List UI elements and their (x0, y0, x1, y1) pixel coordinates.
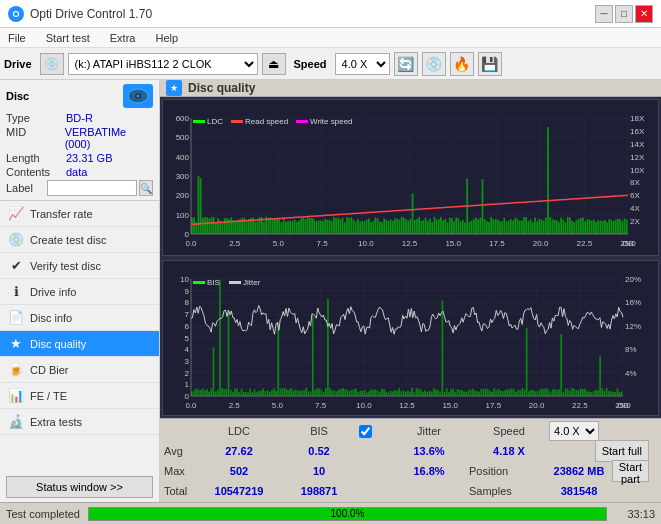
stats-total-row: Total 10547219 198871 Samples 381548 (164, 481, 657, 501)
create-test-disc-icon: 💿 (8, 232, 24, 248)
menubar: File Start test Extra Help (0, 28, 661, 48)
disc-header: Disc (6, 84, 153, 108)
titlebar-controls: ─ □ ✕ (595, 5, 653, 23)
drive-select[interactable]: (k:) ATAPI iHBS112 2 CLOK (68, 53, 258, 75)
disc-type-row: Type BD-R (6, 112, 153, 124)
stats-avg-ldc: 27.62 (199, 445, 279, 457)
burn-btn[interactable]: 🔥 (450, 52, 474, 76)
stats-position-label: Position (469, 465, 549, 477)
statusbar: Test completed 100.0% 33:13 (0, 502, 661, 524)
disc-mid-value: VERBATIMe (000) (65, 126, 153, 150)
close-button[interactable]: ✕ (635, 5, 653, 23)
sidebar-item-disc-info[interactable]: 📄 Disc info (0, 305, 159, 331)
cd-bier-label: CD Bier (30, 364, 69, 376)
stats-position-val: 23862 MB (549, 465, 609, 477)
transfer-rate-icon: 📈 (8, 206, 24, 222)
sidebar-item-verify-test-disc[interactable]: ✔ Verify test disc (0, 253, 159, 279)
content-area: ★ Disc quality LDC BIS (160, 80, 661, 502)
disc-panel-icon (123, 84, 153, 108)
disc-mid-label: MID (6, 126, 65, 150)
verify-test-disc-icon: ✔ (8, 258, 24, 274)
drive-icon-btn[interactable]: 💿 (40, 53, 64, 75)
stats-total-bis: 198871 (279, 485, 359, 497)
stats-headers-row: LDC BIS Jitter Speed 4.0 X (164, 421, 657, 441)
menu-file[interactable]: File (4, 32, 30, 44)
progress-text: 100.0% (89, 508, 606, 520)
time-display: 33:13 (615, 508, 655, 520)
stats-avg-bis: 0.52 (279, 445, 359, 457)
titlebar-title: Opti Drive Control 1.70 (30, 7, 152, 21)
speed-label: Speed (294, 58, 327, 70)
speed-select[interactable]: 4.0 X (335, 53, 390, 75)
stats-avg-speed: 4.18 X (469, 445, 549, 457)
stats-avg-jitter: 13.6% (389, 445, 469, 457)
verify-test-disc-label: Verify test disc (30, 260, 101, 272)
stats-bis-header: BIS (279, 425, 359, 437)
disc-contents-value: data (66, 166, 87, 178)
sidebar-item-disc-quality[interactable]: ★ Disc quality (0, 331, 159, 357)
menu-start-test[interactable]: Start test (42, 32, 94, 44)
transfer-rate-label: Transfer rate (30, 208, 93, 220)
status-window-btn[interactable]: Status window >> (6, 476, 153, 498)
disc-quality-icon: ★ (8, 336, 24, 352)
disc-quality-title: Disc quality (188, 81, 255, 95)
jitter-checkbox[interactable] (359, 425, 372, 438)
disc-info-label: Disc info (30, 312, 72, 324)
disc-quality-label: Disc quality (30, 338, 86, 350)
refresh-btn[interactable]: 🔄 (394, 52, 418, 76)
disc-title: Disc (6, 90, 29, 102)
stats-max-label: Max (164, 465, 199, 477)
stats-jitter-check-container (359, 425, 389, 438)
create-test-disc-label: Create test disc (30, 234, 106, 246)
extra-tests-label: Extra tests (30, 416, 82, 428)
stats-speed-header: Speed (469, 425, 549, 437)
app-icon: O (8, 6, 24, 22)
sidebar-item-cd-bier[interactable]: 🍺 CD Bier (0, 357, 159, 383)
drive-label: Drive (4, 58, 32, 70)
disc-label-row: Label 🔍 (6, 180, 153, 196)
menu-extra[interactable]: Extra (106, 32, 140, 44)
drive-info-label: Drive info (30, 286, 76, 298)
disc-contents-label: Contents (6, 166, 66, 178)
fe-te-label: FE / TE (30, 390, 67, 402)
toolbar: Drive 💿 (k:) ATAPI iHBS112 2 CLOK ⏏ Spee… (0, 48, 661, 80)
disc-quality-header: ★ Disc quality (160, 80, 661, 97)
ldc-chart (162, 99, 659, 256)
maximize-button[interactable]: □ (615, 5, 633, 23)
stats-samples-val: 381548 (549, 485, 609, 497)
stats-max-ldc: 502 (199, 465, 279, 477)
eject-btn[interactable]: ⏏ (262, 53, 286, 75)
stats-max-row: Max 502 10 16.8% Position 23862 MB Start… (164, 461, 657, 481)
fe-te-icon: 📊 (8, 388, 24, 404)
sidebar: Disc Type BD-R MID VERBATIMe (000) Leng (0, 80, 160, 502)
disc-label-input[interactable] (47, 180, 137, 196)
stats-speed-select[interactable]: 4.0 X (549, 421, 599, 441)
ldc-canvas (163, 100, 658, 252)
disc-label-btn[interactable]: 🔍 (139, 180, 153, 196)
disc-type-value: BD-R (66, 112, 93, 124)
stats-avg-label: Avg (164, 445, 199, 457)
disc-length-value: 23.31 GB (66, 152, 112, 164)
sidebar-item-fe-te[interactable]: 📊 FE / TE (0, 383, 159, 409)
titlebar-left: O Opti Drive Control 1.70 (8, 6, 152, 22)
disc-contents-row: Contents data (6, 166, 153, 178)
stats-avg-row: Avg 27.62 0.52 13.6% 4.18 X Start full (164, 441, 657, 461)
sidebar-item-extra-tests[interactable]: 🔬 Extra tests (0, 409, 159, 435)
disc-label-label: Label (6, 182, 47, 194)
minimize-button[interactable]: ─ (595, 5, 613, 23)
titlebar: O Opti Drive Control 1.70 ─ □ ✕ (0, 0, 661, 28)
cd-bier-icon: 🍺 (8, 362, 24, 378)
disc-btn[interactable]: 💿 (422, 52, 446, 76)
menu-help[interactable]: Help (151, 32, 182, 44)
sidebar-item-create-test-disc[interactable]: 💿 Create test disc (0, 227, 159, 253)
disc-mid-row: MID VERBATIMe (000) (6, 126, 153, 150)
start-full-btn[interactable]: Start full (595, 440, 649, 462)
stats-bar: LDC BIS Jitter Speed 4.0 X Avg 27.62 0.5… (160, 418, 661, 502)
main: Disc Type BD-R MID VERBATIMe (000) Leng (0, 80, 661, 502)
sidebar-item-drive-info[interactable]: ℹ Drive info (0, 279, 159, 305)
save-btn[interactable]: 💾 (478, 52, 502, 76)
stats-ldc-header: LDC (199, 425, 279, 437)
sidebar-item-transfer-rate[interactable]: 📈 Transfer rate (0, 201, 159, 227)
start-part-btn[interactable]: Start part (612, 460, 649, 482)
stats-samples-label: Samples (469, 485, 549, 497)
